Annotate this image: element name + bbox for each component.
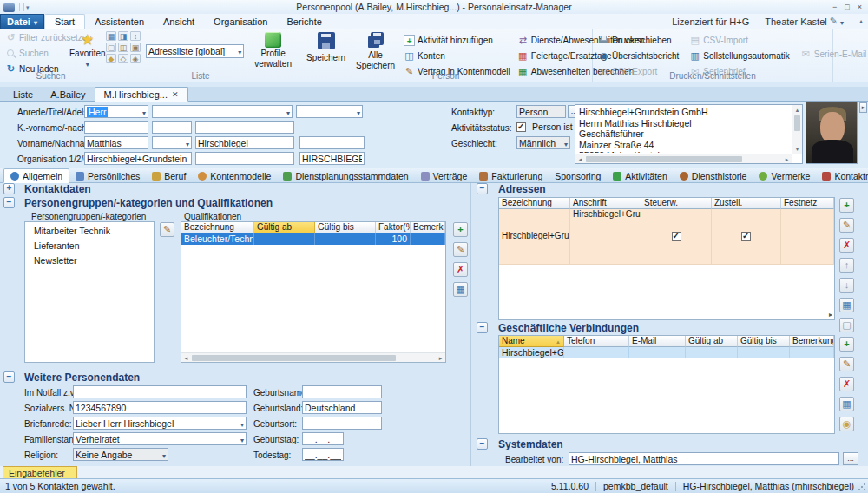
person-add-icon[interactable]	[118, 43, 128, 52]
collapse-weitere-button[interactable]	[3, 371, 15, 383]
tab-persoenliches[interactable]: Persönliches	[69, 169, 146, 182]
scroll-right-icon[interactable]	[782, 154, 792, 164]
edit-connection-button[interactable]	[839, 357, 854, 371]
konten-button[interactable]: Konten	[402, 49, 512, 62]
k-nachname-input[interactable]	[195, 121, 294, 134]
vertical-scrollbar[interactable]	[792, 105, 802, 154]
save-button[interactable]: Speichern	[303, 31, 349, 63]
vcard-button[interactable]	[839, 417, 854, 431]
briefanrede-select[interactable]: Lieber Herr Hirschbiegel	[73, 417, 247, 430]
key-user-icon[interactable]	[106, 54, 116, 63]
namenszusatz2-input[interactable]	[299, 136, 365, 149]
geburtsland-input[interactable]	[302, 401, 382, 414]
doctab-liste[interactable]: Liste	[4, 88, 42, 101]
tab-diensthistorie[interactable]: Diensthistorie	[674, 169, 753, 182]
list-profile-select[interactable]: Adressliste [global]	[146, 44, 244, 58]
grid-view-icon[interactable]	[106, 31, 116, 41]
sort-icon[interactable]	[130, 31, 141, 41]
column-header-sorted[interactable]: Gültig ab	[254, 222, 315, 233]
column-header[interactable]: Festnetz	[781, 198, 834, 209]
collapse-systemdaten-button[interactable]	[477, 438, 488, 450]
sozialvers-input[interactable]	[73, 401, 247, 414]
minimize-button[interactable]	[832, 3, 837, 11]
table-row[interactable]: Hirschbiegel+Grundst ein GmbH Hirschbieg…	[499, 209, 834, 265]
tab-allgemein[interactable]: Allgemein	[3, 168, 69, 183]
bearbeitet-browse-button[interactable]	[843, 452, 858, 465]
tab-sponsoring[interactable]: Sponsoring	[549, 169, 607, 182]
column-header[interactable]: Gültig bis	[738, 336, 790, 347]
person-group-icon[interactable]	[130, 43, 141, 52]
column-settings-button[interactable]	[839, 298, 854, 312]
delete-address-button[interactable]	[839, 238, 854, 253]
uebersichtsbericht-button[interactable]: Übersichtsbericht	[596, 49, 681, 62]
new-list-icon[interactable]	[106, 43, 116, 52]
resize-grip[interactable]	[858, 483, 866, 491]
scroll-left-icon[interactable]	[575, 154, 585, 164]
photo-options-button[interactable]	[859, 102, 867, 113]
delete-qualification-button[interactable]	[453, 262, 468, 277]
column-header[interactable]: Telefon	[564, 336, 629, 347]
tab-fakturierung[interactable]: Fakturierung	[473, 169, 549, 182]
save-all-button[interactable]: Alle Speichern	[352, 31, 398, 71]
scroll-thumb[interactable]	[192, 355, 396, 361]
collapse-ribbon-icon[interactable]	[859, 17, 863, 25]
person-copy-icon[interactable]	[118, 54, 128, 63]
column-settings-button[interactable]	[453, 282, 468, 297]
aktiv-checkbox[interactable]	[516, 122, 526, 132]
table-row[interactable]: Hirschbiegel+Grundst	[499, 347, 834, 358]
namenszusatz-select[interactable]	[152, 136, 192, 149]
scroll-down-icon[interactable]	[792, 144, 802, 154]
familienstand-select[interactable]: Verheiratet	[73, 432, 247, 445]
column-header[interactable]: Bemerkung	[790, 336, 834, 347]
ribbon-tab-ansicht[interactable]: Ansicht	[154, 14, 204, 29]
ribbon-tab-berichte[interactable]: Berichte	[277, 14, 331, 29]
vorname-input[interactable]	[84, 136, 148, 149]
adelstitel-select[interactable]	[296, 105, 363, 118]
column-header[interactable]: Faktor(%)	[376, 222, 411, 233]
column-layout-icon[interactable]	[118, 31, 128, 41]
scroll-thumb[interactable]	[586, 156, 742, 162]
ribbon-tab-organisation[interactable]: Organisation	[204, 14, 277, 29]
list-item[interactable]: Newsletter	[25, 253, 154, 268]
list-item[interactable]: Mitarbeiter Technik	[25, 224, 154, 239]
steuerw-checkbox[interactable]	[672, 232, 681, 241]
close-tab-icon[interactable]	[172, 90, 179, 99]
k-mittel-input[interactable]	[152, 121, 192, 134]
eingabefehler-tab[interactable]: Eingabefehler	[3, 466, 77, 478]
zustell-checkbox[interactable]	[741, 232, 751, 241]
column-header[interactable]: Anschrift	[570, 198, 641, 209]
tab-vertraege[interactable]: Verträge	[415, 169, 474, 182]
organisation1-input[interactable]	[84, 152, 192, 165]
column-header[interactable]: Steuerw.	[641, 198, 712, 209]
k-vorname-input[interactable]	[84, 121, 148, 134]
serien-email-button[interactable]: Serien-E-Mail	[799, 48, 868, 61]
tab-kontaktmanagement[interactable]: Kontaktmanagement	[816, 169, 868, 182]
tab-kontenmodelle[interactable]: Kontenmodelle	[192, 169, 277, 182]
move-up-button[interactable]	[839, 258, 854, 273]
column-header[interactable]: Bemerkung	[411, 222, 445, 233]
tab-beruf[interactable]: Beruf	[146, 169, 192, 182]
scroll-right-icon[interactable]	[829, 311, 832, 319]
file-menu-button[interactable]: Datei	[0, 14, 44, 29]
scroll-right-icon[interactable]	[436, 353, 445, 363]
tab-vermerke[interactable]: Vermerke	[753, 169, 816, 182]
table-row[interactable]: Beleuchter/Technik 100	[181, 233, 445, 245]
csv-import-button[interactable]: CSV-Import	[687, 34, 792, 47]
collapse-verbindungen-button[interactable]	[477, 322, 488, 333]
quick-access-arrow-icon[interactable]	[26, 3, 30, 11]
titel-select[interactable]	[152, 105, 293, 118]
address-report-button[interactable]	[839, 318, 854, 332]
print-button[interactable]: Drucken	[596, 34, 681, 47]
scroll-left-icon[interactable]	[181, 353, 191, 363]
column-header[interactable]: Bezeichnung	[181, 222, 254, 233]
account-switcher[interactable]: Theater Kastel	[765, 16, 844, 27]
maximize-button[interactable]	[845, 3, 849, 11]
edit-groups-button[interactable]	[160, 222, 174, 237]
filter-reset-button[interactable]: Filter zurücksetzen	[3, 31, 66, 44]
column-header[interactable]: E-Mail	[629, 336, 686, 347]
anrede-select[interactable]: Herr	[84, 105, 148, 118]
doctab-abailey[interactable]: A.Bailey	[42, 88, 94, 101]
geschlecht-select[interactable]: Männlich	[516, 136, 570, 149]
tab-aktivitaeten[interactable]: Aktivitäten	[607, 169, 673, 182]
geburtstag-input[interactable]	[302, 432, 344, 445]
